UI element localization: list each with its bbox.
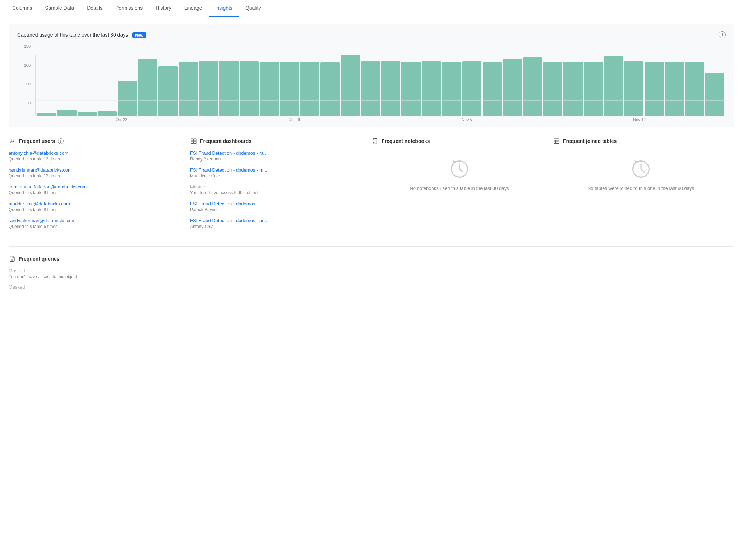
sections-grid: Frequent users ℹ antony.chia@databricks.… (9, 137, 734, 235)
joined-empty-text: No tables were joined to this one in the… (587, 185, 694, 192)
y-label-100: 100 (24, 63, 31, 67)
bar-25 (543, 62, 562, 116)
frequent-users-col: Frequent users ℹ antony.chia@databricks.… (9, 137, 190, 235)
svg-point-0 (11, 139, 13, 141)
bar-19 (422, 61, 441, 116)
user-email-0[interactable]: antony.chia@databricks.com (9, 150, 184, 156)
query-icon (9, 255, 16, 262)
bar-28 (604, 56, 623, 116)
dashboard-item-1: FSI Fraud Detection - dbdemos - m... Mad… (190, 167, 366, 178)
tab-permissions[interactable]: Permissions (109, 0, 149, 17)
bar-12 (280, 62, 299, 116)
bar-30 (645, 62, 664, 116)
user-email-4[interactable]: randy.akerman@databricks.com (9, 218, 184, 223)
table-icon (553, 137, 560, 145)
user-subtitle-4: Queried this table 6 times (9, 224, 184, 229)
tab-sample-data[interactable]: Sample Data (38, 0, 80, 17)
frequent-users-header: Frequent users ℹ (9, 137, 184, 145)
tab-insights[interactable]: Insights (209, 0, 239, 17)
query-masked-1: Masked (9, 284, 734, 290)
user-subtitle-1: Queried this table 13 times (9, 173, 184, 178)
tab-details[interactable]: Details (80, 0, 109, 17)
dashboard-author-3: Patrick Bayne (190, 207, 366, 212)
bar-0 (37, 113, 56, 116)
dashboard-title-4[interactable]: FSI Fraud Detection - dbdemos - an... (190, 218, 366, 223)
user-email-2[interactable]: konstantina.fotiadou@databricks.com (9, 184, 184, 190)
frequent-dashboards-header: Frequent dashboards (190, 137, 366, 145)
users-info-icon[interactable]: ℹ (58, 138, 64, 144)
user-subtitle-2: Queried this table 9 times (9, 190, 184, 195)
x-labels: Oct 22 Oct 29 Nov 5 Nov 12 (17, 117, 726, 122)
bar-10 (240, 61, 259, 116)
user-item-2: konstantina.fotiadou@databricks.com Quer… (9, 184, 184, 195)
bar-20 (442, 62, 461, 116)
x-label-oct29: Oct 29 (208, 117, 381, 122)
tab-quality[interactable]: Quality (239, 0, 268, 17)
query-item-1: Masked (9, 284, 734, 290)
dashboard-masked-2: Masked (190, 184, 366, 190)
y-label-50: 50 (26, 82, 31, 86)
joined-history-icon (629, 158, 652, 181)
dashboard-title-1[interactable]: FSI Fraud Detection - dbdemos - m... (190, 167, 366, 173)
chart-header: Captured usage of this table over the la… (17, 31, 726, 38)
frequent-notebooks-title: Frequent notebooks (382, 138, 430, 144)
user-email-1[interactable]: ram.krishnan@databricks.com (9, 167, 184, 173)
tab-columns[interactable]: Columns (6, 0, 38, 17)
chart-title-area: Captured usage of this table over the la… (17, 32, 146, 38)
main-content: Captured usage of this table over the la… (0, 17, 743, 302)
dashboard-title-0[interactable]: FSI Fraud Detection - dbdemos - ra... (190, 150, 366, 156)
user-item-0: antony.chia@databricks.com Queried this … (9, 150, 184, 162)
frequent-dashboards-col: Frequent dashboards FSI Fraud Detection … (190, 137, 372, 235)
x-label-nov12: Nov 12 (553, 117, 726, 122)
bar-13 (300, 62, 319, 116)
svg-rect-4 (194, 141, 196, 144)
bar-23 (503, 59, 522, 116)
frequent-joined-header: Frequent joined tables (553, 137, 729, 145)
frequent-notebooks-header: Frequent notebooks (372, 137, 547, 145)
frequent-queries-header: Frequent queries (9, 255, 734, 262)
bar-33 (705, 73, 724, 116)
query-masked-0: Masked (9, 268, 734, 274)
frequent-users-title: Frequent users (19, 138, 55, 144)
x-label-nov5: Nov 5 (380, 117, 553, 122)
frequent-queries-section: Frequent queries Masked You don't have a… (9, 255, 734, 290)
y-label-0: 0 (28, 101, 31, 105)
user-item-3: maddie.cole@databricks.com Queried this … (9, 201, 184, 212)
user-email-3[interactable]: maddie.cole@databricks.com (9, 201, 184, 206)
svg-rect-10 (554, 139, 559, 144)
svg-rect-3 (191, 141, 193, 144)
bar-8 (199, 61, 218, 116)
frequent-joined-col: Frequent joined tables No tables were jo… (553, 137, 734, 235)
tab-history[interactable]: History (149, 0, 178, 17)
y-label-150: 150 (24, 44, 31, 48)
user-icon (9, 137, 16, 145)
query-item-0: Masked You don't have access to this obj… (9, 268, 734, 279)
frequent-notebooks-col: Frequent notebooks No notebooks used thi… (372, 137, 553, 235)
dashboard-author-0: Randy Akerman (190, 157, 366, 162)
bar-21 (462, 61, 481, 116)
dashboard-item-0: FSI Fraud Detection - dbdemos - ra... Ra… (190, 150, 366, 162)
frequent-queries-title: Frequent queries (19, 256, 60, 262)
bar-15 (341, 55, 360, 116)
user-subtitle-3: Queried this table 8 times (9, 207, 184, 212)
tab-bar: Columns Sample Data Details Permissions … (0, 0, 743, 17)
user-item-4: randy.akerman@databricks.com Queried thi… (9, 218, 184, 229)
y-axis: 150 100 50 0 (17, 44, 33, 105)
bar-27 (584, 62, 603, 116)
user-subtitle-0: Queried this table 13 times (9, 157, 184, 162)
tab-lineage[interactable]: Lineage (178, 0, 209, 17)
dashboard-author-4: Antony Chia (190, 224, 366, 229)
bar-1 (57, 110, 76, 116)
dashboard-title-3[interactable]: FSI Fraud Detection - dbdemos (190, 201, 366, 206)
section-divider (9, 246, 734, 247)
notebooks-history-icon (448, 158, 471, 181)
dashboard-item-3: FSI Fraud Detection - dbdemos Patrick Ba… (190, 201, 366, 212)
user-item-1: ram.krishnan@databricks.com Queried this… (9, 167, 184, 178)
dashboard-author-1: Madeleine Cole (190, 173, 366, 178)
bar-5 (138, 59, 157, 116)
bar-4 (118, 81, 137, 116)
notebooks-empty-state: No notebooks used this table in the last… (372, 150, 547, 199)
chart-area: 150 100 50 0 (17, 44, 726, 116)
dashboard-item-2: Masked You don't have access to this obj… (190, 184, 366, 195)
chart-info-icon[interactable]: ℹ (719, 31, 726, 38)
